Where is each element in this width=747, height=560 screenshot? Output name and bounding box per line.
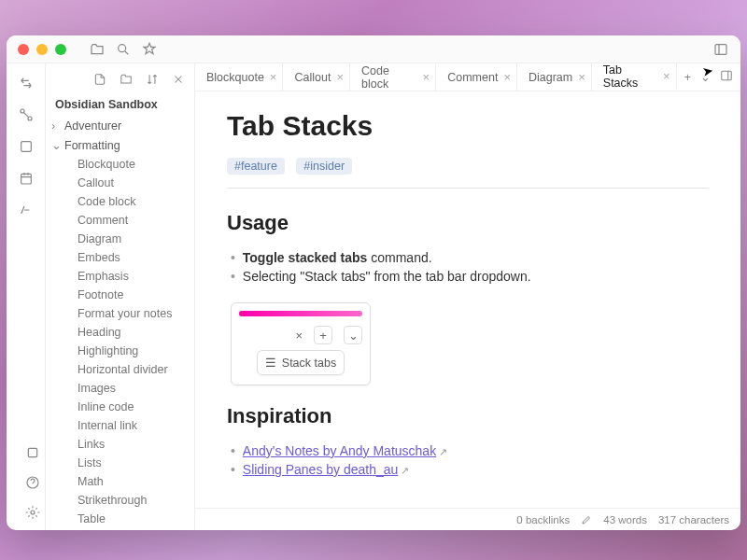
note-editor[interactable]: Tab Stacks #feature #insider Usage Toggl… — [195, 91, 740, 508]
settings-icon[interactable] — [24, 504, 41, 521]
minimize-window-button[interactable] — [36, 44, 48, 55]
mouse-cursor: ➤ — [701, 63, 715, 79]
tab-close-button[interactable]: × — [270, 70, 277, 84]
file-item[interactable]: Table — [51, 510, 189, 528]
list-item: Andy's Notes by Andy Matuschak↗ — [231, 441, 709, 460]
svg-rect-1 — [715, 44, 726, 54]
word-count: 43 words — [603, 514, 647, 525]
tab-diagram[interactable]: Diagram× — [517, 63, 592, 91]
list-item: Toggle stacked tabs command. — [231, 248, 709, 267]
app-window: Obsidian Sandbox ›Adventurer ⌄Formatting… — [7, 35, 740, 530]
canvas-icon[interactable] — [18, 138, 35, 155]
inspiration-list: Andy's Notes by Andy Matuschak↗ Sliding … — [227, 441, 709, 479]
tab-label: Blockquote — [206, 71, 264, 84]
file-item[interactable]: Strikethrough — [51, 491, 189, 510]
tab-close-button[interactable]: × — [423, 70, 430, 84]
sort-icon[interactable] — [146, 73, 159, 89]
char-count: 317 characters — [658, 514, 729, 525]
embed-plus-icon: + — [314, 326, 332, 344]
file-item[interactable]: Highlighting — [51, 342, 189, 360]
help-icon[interactable] — [24, 474, 41, 491]
content-area: Blockquote×Callout×Code block×Comment×Di… — [195, 63, 740, 530]
tab-close-button[interactable]: × — [663, 69, 670, 83]
tab-callout[interactable]: Callout× — [283, 63, 350, 91]
file-item[interactable]: Comment — [51, 211, 189, 230]
file-item[interactable]: Embeds — [51, 248, 189, 267]
vault-icon[interactable] — [24, 444, 41, 461]
svg-rect-4 — [21, 142, 31, 152]
svg-point-9 — [31, 511, 35, 514]
file-item[interactable]: Inline code — [51, 398, 189, 416]
titlebar — [7, 35, 740, 63]
right-sidebar-toggle-icon[interactable] — [720, 69, 733, 85]
tab-close-button[interactable]: × — [578, 70, 585, 84]
command-palette-icon[interactable] — [18, 202, 35, 218]
file-item[interactable]: Math — [51, 472, 189, 491]
tab-close-button[interactable]: × — [503, 70, 511, 84]
new-folder-icon[interactable] — [120, 73, 133, 89]
tag-feature[interactable]: #feature — [227, 158, 285, 175]
usage-heading: Usage — [227, 211, 709, 235]
vault-name: Obsidian Sandbox — [46, 94, 194, 117]
file-item[interactable]: Diagram — [51, 230, 189, 248]
tab-code-block[interactable]: Code block× — [350, 63, 436, 91]
file-item[interactable]: Code block — [51, 192, 189, 211]
external-link-icon: ↗ — [401, 465, 409, 476]
external-link[interactable]: Sliding Panes by death_au — [243, 462, 399, 477]
backlinks-count[interactable]: 0 backlinks — [516, 514, 570, 525]
note-title: Tab Stacks — [227, 110, 709, 142]
file-item[interactable]: Footnote — [51, 286, 189, 304]
folder-label: Formatting — [64, 139, 120, 152]
external-link-icon: ↗ — [439, 446, 447, 457]
embed-color-bar — [239, 311, 362, 316]
close-window-button[interactable] — [18, 44, 29, 55]
search-icon[interactable] — [115, 41, 132, 58]
tag-insider[interactable]: #insider — [296, 158, 352, 175]
bookmark-icon[interactable] — [141, 41, 158, 58]
file-item[interactable]: Internal link — [51, 416, 189, 435]
tab-label: Code block — [361, 64, 417, 91]
svg-rect-6 — [722, 71, 732, 79]
file-item[interactable]: Emphasis — [51, 267, 189, 286]
file-item[interactable]: Heading — [51, 323, 189, 342]
graph-icon[interactable] — [18, 106, 35, 123]
tab-comment[interactable]: Comment× — [436, 63, 517, 91]
new-note-icon[interactable] — [93, 73, 106, 89]
file-item[interactable]: Lists — [51, 454, 189, 472]
folder-adventurer[interactable]: ›Adventurer — [51, 117, 189, 135]
external-link[interactable]: Andy's Notes by Andy Matuschak — [243, 443, 436, 458]
edit-mode-icon[interactable] — [581, 514, 592, 525]
svg-point-0 — [119, 44, 126, 51]
list-item: Sliding Panes by death_au↗ — [231, 460, 709, 479]
status-bar: 0 backlinks 43 words 317 characters — [195, 508, 740, 530]
sidebar-toggle-icon[interactable] — [712, 41, 729, 58]
embed-close-icon: × — [295, 329, 303, 343]
stack-tabs-menu-item: ☰ Stack tabs — [257, 350, 345, 375]
file-item[interactable]: Blockquote — [51, 155, 189, 174]
file-item[interactable]: Horizontal divider — [51, 360, 189, 379]
new-tab-button[interactable]: + — [684, 71, 691, 84]
maximize-window-button[interactable] — [55, 44, 66, 55]
stack-icon: ☰ — [265, 356, 276, 370]
menu-label: Stack tabs — [282, 357, 336, 370]
folder-formatting[interactable]: ⌄Formatting — [51, 135, 189, 155]
file-item[interactable]: Callout — [51, 174, 189, 192]
tab-label: Tab Stacks — [603, 63, 657, 90]
file-item[interactable]: Format your notes — [51, 304, 189, 323]
folder-label: Adventurer — [64, 119, 121, 133]
tab-close-button[interactable]: × — [336, 70, 344, 84]
tab-blockquote[interactable]: Blockquote× — [195, 63, 283, 91]
sidebar-toolbar — [46, 63, 194, 94]
collapse-icon[interactable] — [172, 73, 185, 89]
tab-tab-stacks[interactable]: Tab Stacks× — [592, 63, 677, 91]
tab-label: Comment — [447, 71, 498, 84]
horizontal-rule — [227, 188, 709, 189]
tab-bar: Blockquote×Callout×Code block×Comment×Di… — [195, 63, 740, 91]
files-icon[interactable] — [89, 41, 106, 58]
daily-note-icon[interactable] — [18, 170, 35, 187]
file-explorer: Obsidian Sandbox ›Adventurer ⌄Formatting… — [46, 63, 195, 530]
file-item[interactable]: Images — [51, 379, 189, 398]
file-item[interactable]: Links — [51, 435, 189, 454]
quick-switcher-icon[interactable] — [18, 75, 35, 91]
tab-label: Callout — [294, 71, 331, 84]
